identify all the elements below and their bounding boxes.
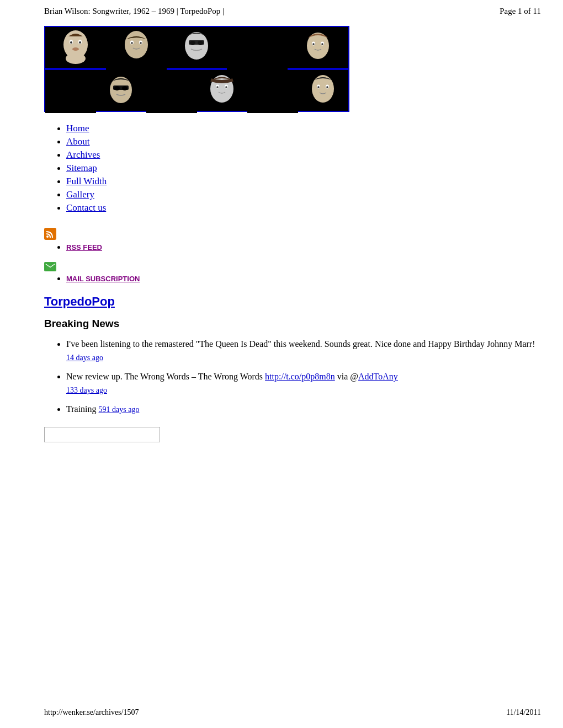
nav-link-sitemap[interactable]: Sitemap [66, 163, 97, 173]
nav-link-gallery[interactable]: Gallery [66, 189, 94, 200]
banner-face-7 [96, 70, 147, 113]
rss-feed-item[interactable]: RSS FEED [66, 242, 541, 252]
svg-point-29 [225, 86, 227, 88]
news-text-3: Training [66, 404, 99, 414]
footer-url: http://wenker.se/archives/1507 [44, 708, 139, 717]
banner-face-5 [288, 27, 348, 70]
svg-point-12 [185, 32, 208, 60]
nav-link-archives[interactable]: Archives [66, 149, 100, 160]
nav-item-archives[interactable]: Archives [66, 149, 541, 160]
breaking-news-heading: Breaking News [44, 318, 541, 330]
banner-face-9 [197, 70, 248, 113]
banner-face-8 [146, 70, 197, 113]
svg-point-35 [46, 235, 49, 238]
news-text-2: New review up. The Wrong Words – The Wro… [66, 372, 265, 381]
page-title: Brian Wilson: Songwriter, 1962 – 1969 | … [44, 7, 224, 16]
nav-item-fullwidth[interactable]: Full Width [66, 176, 541, 187]
main-nav: Home About Archives Sitemap Full Width G… [44, 123, 541, 213]
svg-point-19 [312, 43, 315, 45]
news-addtoany-link[interactable]: AddToAny [358, 372, 398, 381]
svg-point-4 [79, 41, 81, 44]
mail-subscription-link[interactable]: MAIL SUBSCRIPTION [66, 275, 140, 283]
banner-face-4 [227, 27, 288, 70]
nav-link-about[interactable]: About [66, 136, 90, 147]
banner-face-11 [298, 70, 349, 113]
svg-point-7 [125, 31, 148, 58]
svg-point-6 [66, 53, 86, 64]
banner [44, 26, 541, 112]
banner-face-3 [167, 27, 227, 70]
svg-point-3 [70, 41, 72, 44]
nav-link-home[interactable]: Home [66, 123, 89, 133]
news-timestamp-2[interactable]: 133 days ago [66, 384, 541, 396]
banner-face-2 [106, 27, 167, 70]
nav-item-contact[interactable]: Contact us [66, 202, 541, 213]
news-timestamp-3[interactable]: 591 days ago [99, 405, 140, 414]
nav-item-home[interactable]: Home [66, 123, 541, 134]
banner-face-10 [247, 70, 298, 113]
news-via-2: via @ [335, 372, 358, 381]
nav-item-sitemap[interactable]: Sitemap [66, 163, 541, 174]
breaking-news-section: Breaking News I've been listening to the… [44, 318, 541, 416]
rss-icon [44, 228, 56, 240]
nav-link-contact[interactable]: Contact us [66, 202, 106, 213]
svg-point-23 [114, 86, 120, 90]
svg-point-11 [140, 42, 142, 44]
site-title-section: TorpedoPop [44, 295, 541, 309]
news-item-1: I've been listening to the remastered "T… [66, 338, 541, 363]
nav-item-gallery[interactable]: Gallery [66, 189, 541, 200]
page-footer: http://wenker.se/archives/1507 11/14/201… [0, 708, 563, 717]
mail-icon [44, 262, 56, 271]
svg-point-10 [131, 42, 133, 44]
svg-point-24 [122, 86, 128, 90]
svg-point-5 [72, 47, 79, 51]
svg-point-28 [216, 86, 219, 88]
svg-point-34 [326, 86, 328, 88]
site-title-link[interactable]: TorpedoPop [44, 295, 115, 308]
news-link-2[interactable]: http://t.co/p0p8m8n [265, 372, 335, 381]
news-text-1: I've been listening to the remastered "T… [66, 339, 535, 349]
rss-section: RSS FEED [44, 222, 541, 252]
svg-point-14 [190, 41, 195, 45]
mail-subscription-item[interactable]: MAIL SUBSCRIPTION [66, 274, 541, 283]
pagination: Page 1 of 11 [500, 7, 541, 16]
nav-item-about[interactable]: About [66, 136, 541, 147]
news-item-3: Training 591 days ago [66, 403, 541, 416]
news-item-2: New review up. The Wrong Words – The Wro… [66, 370, 541, 396]
svg-point-33 [317, 86, 320, 88]
news-timestamp-1[interactable]: 14 days ago [66, 352, 541, 363]
svg-point-30 [312, 75, 334, 103]
search-section [44, 427, 541, 442]
svg-point-20 [321, 43, 323, 45]
banner-face-6 [45, 70, 96, 113]
rss-feed-link[interactable]: RSS FEED [66, 243, 102, 251]
svg-point-15 [198, 41, 203, 45]
nav-link-fullwidth[interactable]: Full Width [66, 176, 107, 186]
footer-date: 11/14/2011 [506, 708, 541, 717]
search-input[interactable] [44, 427, 160, 442]
mail-section: MAIL SUBSCRIPTION [44, 256, 541, 283]
banner-face-1 [45, 27, 106, 70]
